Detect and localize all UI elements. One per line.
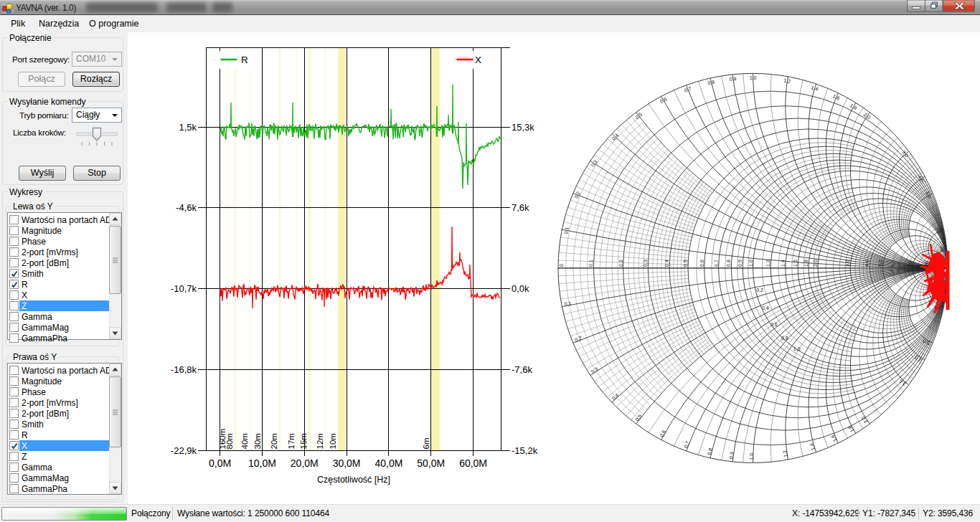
svg-text:0,5: 0,5 xyxy=(683,260,688,267)
svg-text:0,3: 0,3 xyxy=(590,366,599,374)
svg-text:10,0M: 10,0M xyxy=(248,457,276,469)
svg-text:2,0: 2,0 xyxy=(813,260,818,267)
svg-text:3,0: 3,0 xyxy=(898,379,907,387)
svg-text:4,0: 4,0 xyxy=(864,260,870,267)
svg-text:-16,8k: -16,8k xyxy=(171,364,197,375)
svg-text:40m: 40m xyxy=(240,433,249,449)
svg-text:1,0: 1,0 xyxy=(793,346,801,351)
svg-text:1,4: 1,4 xyxy=(781,260,786,267)
svg-text:15m: 15m xyxy=(299,433,308,449)
svg-text:0,9: 0,9 xyxy=(738,260,743,267)
svg-text:80m: 80m xyxy=(225,433,234,449)
svg-text:-10,7k: -10,7k xyxy=(171,283,197,294)
svg-text:20,0M: 20,0M xyxy=(291,457,319,469)
svg-text:0,8: 0,8 xyxy=(781,336,788,341)
svg-text:0,1: 0,1 xyxy=(564,300,572,307)
svg-text:0,9: 0,9 xyxy=(728,452,734,460)
svg-text:0,6: 0,6 xyxy=(771,322,778,327)
svg-text:1,0: 1,0 xyxy=(748,260,753,267)
svg-text:12m: 12m xyxy=(316,433,324,449)
svg-text:10: 10 xyxy=(908,261,913,267)
svg-text:-4,6k: -4,6k xyxy=(176,202,197,213)
svg-text:1,8: 1,8 xyxy=(804,260,809,267)
svg-text:1,2: 1,2 xyxy=(765,260,771,267)
svg-text:0,4: 0,4 xyxy=(611,392,620,401)
svg-text:5,0: 5,0 xyxy=(878,260,883,267)
svg-text:40,0M: 40,0M xyxy=(374,457,402,469)
svg-text:50,0M: 50,0M xyxy=(417,457,445,469)
svg-text:0,1: 0,1 xyxy=(588,260,593,267)
svg-text:X: X xyxy=(475,54,481,65)
svg-text:1,0: 1,0 xyxy=(749,453,754,460)
svg-text:0,6: 0,6 xyxy=(659,430,666,438)
svg-text:0,0M: 0,0M xyxy=(209,457,231,469)
svg-text:7,6k: 7,6k xyxy=(512,202,529,213)
svg-text:0,2: 0,2 xyxy=(618,260,623,267)
svg-text:1,6: 1,6 xyxy=(830,434,838,442)
svg-text:20: 20 xyxy=(940,246,946,252)
svg-text:-22,9k: -22,9k xyxy=(171,445,197,456)
svg-text:20m: 20m xyxy=(270,433,278,449)
svg-text:1,6: 1,6 xyxy=(793,260,798,267)
svg-text:6m: 6m xyxy=(422,438,430,450)
svg-text:30m: 30m xyxy=(253,433,262,449)
svg-text:-15,2k: -15,2k xyxy=(512,445,538,456)
svg-text:17m: 17m xyxy=(287,433,296,449)
svg-text:0,7: 0,7 xyxy=(714,260,719,267)
svg-text:0,7: 0,7 xyxy=(684,86,692,93)
svg-text:60,0M: 60,0M xyxy=(459,457,487,469)
svg-text:0,4: 0,4 xyxy=(664,260,669,267)
svg-text:0,2: 0,2 xyxy=(756,288,763,293)
svg-text:0,7: 0,7 xyxy=(683,440,690,449)
svg-text:1,6: 1,6 xyxy=(832,93,841,101)
svg-text:1,0: 1,0 xyxy=(750,75,757,80)
svg-text:0,3: 0,3 xyxy=(643,260,648,267)
svg-text:0,8: 0,8 xyxy=(726,260,731,267)
svg-text:0,9: 0,9 xyxy=(729,76,737,82)
svg-text:-7,6k: -7,6k xyxy=(512,364,532,375)
svg-text:0,0k: 0,0k xyxy=(512,283,529,294)
svg-text:0,6: 0,6 xyxy=(699,260,705,267)
svg-text:1,2: 1,2 xyxy=(783,78,791,85)
svg-text:1,4: 1,4 xyxy=(809,442,816,451)
svg-text:3,0: 3,0 xyxy=(845,260,850,267)
svg-text:0,6: 0,6 xyxy=(659,96,668,104)
svg-text:10m: 10m xyxy=(329,433,337,449)
svg-text:10: 10 xyxy=(936,227,942,234)
svg-text:30,0M: 30,0M xyxy=(333,457,361,469)
svg-text:0,2: 0,2 xyxy=(573,191,580,199)
svg-text:Częstotliwość [Hz]: Częstotliwość [Hz] xyxy=(317,475,390,485)
svg-text:R: R xyxy=(241,54,248,65)
svg-text:0,8: 0,8 xyxy=(707,80,715,86)
svg-text:0,8: 0,8 xyxy=(707,447,713,455)
svg-text:0,2: 0,2 xyxy=(574,336,583,343)
svg-text:0: 0 xyxy=(559,264,564,267)
svg-text:1,2: 1,2 xyxy=(782,450,788,457)
svg-text:1,5k: 1,5k xyxy=(179,122,197,133)
svg-text:0,3: 0,3 xyxy=(590,159,598,168)
svg-text:1,8: 1,8 xyxy=(847,424,855,433)
svg-text:15,3k: 15,3k xyxy=(512,122,534,133)
svg-text:0,4: 0,4 xyxy=(762,305,769,310)
svg-text:2,0: 2,0 xyxy=(860,416,869,424)
svg-text:0,1: 0,1 xyxy=(563,227,570,234)
